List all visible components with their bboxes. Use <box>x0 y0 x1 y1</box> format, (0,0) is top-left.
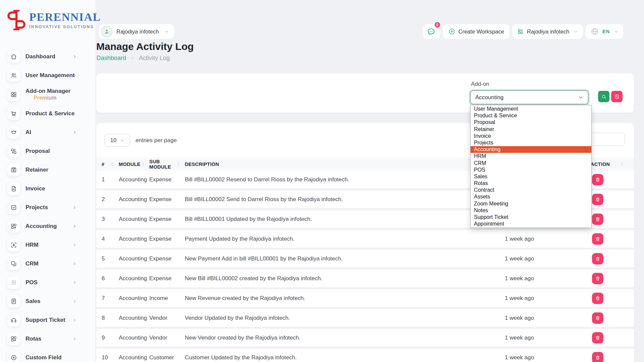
dropdown-option[interactable]: CRM <box>471 160 591 167</box>
sidebar-item[interactable]: Sales <box>0 295 95 308</box>
nav-icon-tile <box>7 145 20 158</box>
column-header[interactable]: # <box>102 162 119 167</box>
sidebar-item[interactable]: Invoice <box>0 182 95 195</box>
column-header-label: MODULE <box>119 162 141 167</box>
dropdown-option[interactable]: Product & Service <box>471 112 591 119</box>
delete-button[interactable] <box>592 174 603 185</box>
sidebar-item-label: POS <box>25 279 38 286</box>
delete-button[interactable] <box>592 214 603 225</box>
table-row: 4 Accounting Expense Payment Updated by … <box>96 230 634 250</box>
dropdown-option[interactable]: Projects <box>471 139 591 146</box>
row-number: 4 <box>102 236 119 242</box>
column-header[interactable]: MODULE <box>119 162 149 167</box>
cell-sub-module: Expense <box>149 216 185 223</box>
dropdown-option[interactable]: Zoom Meeting <box>471 200 591 207</box>
sidebar-item[interactable]: Dashboard <box>0 50 95 63</box>
dropdown-option[interactable]: Invoice <box>471 133 591 139</box>
brand-logo[interactable]: PERENNIAL INNOVATIVE SOLUTIONS <box>6 8 101 32</box>
dropdown-option[interactable]: Assets <box>471 193 591 200</box>
sidebar-item[interactable]: Proposal <box>0 145 95 158</box>
nav-icon-tile <box>7 69 20 82</box>
workspace-user-chip[interactable]: Rajodiya infotech <box>99 24 174 39</box>
messages-button[interactable]: 0 <box>423 24 440 39</box>
workspace-user-label: Rajodiya infotech <box>116 28 159 35</box>
create-workspace-button[interactable]: Create Workspace <box>443 24 509 39</box>
trash-icon <box>595 236 600 242</box>
chevron-down-icon <box>578 95 583 100</box>
addon-select[interactable]: Accounting <box>470 90 588 104</box>
cell-date: 1 week ago <box>505 335 579 341</box>
custom-field-icon <box>10 354 17 361</box>
cell-module: Accounting <box>119 275 149 282</box>
sort-icon[interactable] <box>620 162 625 167</box>
brand-text: PERENNIAL INNOVATIVE SOLUTIONS <box>29 11 101 29</box>
sort-icon[interactable] <box>110 162 115 167</box>
reset-filter-button[interactable] <box>611 91 623 102</box>
sidebar-item[interactable]: AI <box>0 126 95 139</box>
chevron-down-icon <box>164 29 169 34</box>
delete-button[interactable] <box>592 253 603 264</box>
row-number: 1 <box>102 176 119 183</box>
chat-badge: 0 <box>434 21 441 28</box>
breadcrumb-separator-icon <box>130 56 135 60</box>
sidebar-item-label: Dashboard <box>25 53 55 60</box>
sidebar-item[interactable]: Product & Service <box>0 107 95 120</box>
delete-button[interactable] <box>592 233 603 245</box>
dropdown-option[interactable]: Rotas <box>471 180 591 187</box>
sidebar-item[interactable]: Add-on Manager Premium <box>0 88 95 101</box>
dropdown-option[interactable]: Proposal <box>471 119 591 126</box>
delete-button[interactable] <box>592 273 603 284</box>
chevron-down-icon <box>120 138 124 142</box>
dropdown-option[interactable]: HRM <box>471 153 591 160</box>
trash-icon <box>595 355 600 360</box>
dropdown-option[interactable]: Notes <box>471 207 591 214</box>
invoice-icon <box>10 185 17 192</box>
cell-date: 1 week ago <box>505 295 579 302</box>
sidebar-item[interactable]: Rotas <box>0 333 95 345</box>
workspace-selector[interactable]: Rajodiya infotech <box>512 24 583 39</box>
cell-sub-module: Expense <box>149 236 185 242</box>
sidebar-item[interactable]: Support Ticket <box>0 314 95 326</box>
addon-filter-label: Add-on <box>471 81 489 87</box>
trash-icon <box>595 197 600 202</box>
column-header[interactable]: SUB MODULE <box>149 159 185 170</box>
cell-description: Bill #BILL00001 Updated by the Rajodiya … <box>185 216 505 223</box>
dropdown-option[interactable]: Retainer <box>471 126 591 133</box>
sidebar-item[interactable]: HRM <box>0 239 95 251</box>
delete-button[interactable] <box>592 312 603 324</box>
dropdown-option[interactable]: Sales <box>471 173 591 180</box>
search-button[interactable] <box>598 91 609 102</box>
column-header[interactable]: DESCRIPTION <box>185 162 505 167</box>
sort-icon[interactable] <box>176 162 181 167</box>
delete-button[interactable] <box>592 194 603 205</box>
sidebar-item[interactable]: Accounting <box>0 220 95 233</box>
delete-button[interactable] <box>592 293 603 304</box>
sidebar-item[interactable]: User Management <box>0 69 95 82</box>
sidebar-item[interactable]: Retainer <box>0 164 95 176</box>
users-icon <box>10 72 17 79</box>
chat-icon <box>427 27 436 36</box>
trash-icon <box>595 335 600 341</box>
sidebar-item[interactable]: POS <box>0 276 95 289</box>
sort-icon[interactable] <box>141 162 146 167</box>
dropdown-option[interactable]: Contract <box>471 187 591 193</box>
dropdown-option[interactable]: User Management <box>471 106 591 112</box>
sidebar-item[interactable]: Projects <box>0 201 95 214</box>
sidebar-item[interactable]: CRM <box>0 257 95 270</box>
dropdown-option[interactable]: Appointment <box>471 221 591 227</box>
cell-date: 1 week ago <box>505 275 579 282</box>
language-selector[interactable]: EN <box>586 24 623 39</box>
delete-button[interactable] <box>592 332 603 344</box>
cell-sub-module: Vendor <box>149 335 185 341</box>
entries-per-page-select[interactable]: 10 <box>105 134 130 147</box>
dropdown-option[interactable]: POS <box>471 167 591 173</box>
dropdown-option[interactable]: Accounting <box>471 146 591 153</box>
chevron-right-icon <box>72 205 77 210</box>
addon-dropdown-list: User Management Product & Service Propos… <box>470 105 592 228</box>
proposal-icon <box>10 148 17 155</box>
dropdown-option[interactable]: Support Ticket <box>471 214 591 221</box>
delete-button[interactable] <box>592 352 603 362</box>
nav-icon-tile <box>7 239 20 251</box>
breadcrumb-dashboard-link[interactable]: Dashboard <box>97 55 126 62</box>
sidebar-item[interactable]: Custom Field <box>0 351 95 362</box>
